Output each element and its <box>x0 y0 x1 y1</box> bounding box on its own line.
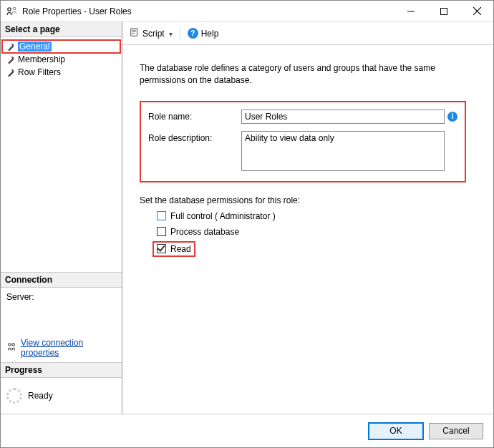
dialog-footer: OK Cancel <box>1 414 493 447</box>
cancel-button[interactable]: Cancel <box>429 423 483 439</box>
checkbox-icon[interactable] <box>157 211 166 220</box>
checkbox-icon[interactable] <box>157 244 166 253</box>
svg-point-7 <box>12 343 15 346</box>
help-button[interactable]: ? Help <box>188 28 219 39</box>
wrench-icon <box>5 67 15 77</box>
help-label: Help <box>201 29 219 39</box>
content-area: The database role defines a category of … <box>122 45 493 414</box>
wrench-icon <box>5 54 15 64</box>
script-dropdown[interactable] <box>169 29 173 39</box>
permissions-heading: Set the database permissions for this ro… <box>140 195 476 205</box>
ok-button[interactable]: OK <box>369 423 423 439</box>
help-icon: ? <box>188 28 198 39</box>
nav-item-membership[interactable]: Membership <box>2 53 120 66</box>
toolbar: Script ? Help <box>122 22 493 45</box>
window-controls <box>394 1 493 21</box>
select-page-header: Select a page <box>1 22 122 37</box>
view-connection-properties-link[interactable]: View connection properties <box>21 338 116 358</box>
nav-item-label: Membership <box>18 54 65 64</box>
svg-rect-3 <box>441 8 447 14</box>
perm-process-database[interactable]: Process database <box>157 227 476 237</box>
nav-item-general[interactable]: General <box>2 40 120 53</box>
role-desc-input[interactable]: Ability to view data only <box>241 131 445 171</box>
role-name-input[interactable] <box>241 109 445 124</box>
minimize-button[interactable] <box>394 1 427 21</box>
role-desc-label: Role description: <box>148 131 241 143</box>
progress-header: Progress <box>1 362 122 378</box>
nav-item-row-filters[interactable]: Row Filters <box>2 66 120 79</box>
nav-item-label: Row Filters <box>18 67 61 77</box>
script-button[interactable]: Script <box>130 27 165 39</box>
app-icon <box>6 6 18 17</box>
connection-header: Connection <box>1 272 122 288</box>
progress-status: Ready <box>28 391 53 401</box>
script-icon <box>130 27 140 39</box>
perm-label: Read <box>170 244 191 254</box>
svg-point-1 <box>13 7 16 10</box>
perm-label: Full control ( Administrator ) <box>170 211 276 221</box>
close-button[interactable] <box>460 1 493 21</box>
toolbar-separator <box>180 26 180 41</box>
progress-spinner-icon <box>6 388 22 404</box>
maximize-button[interactable] <box>427 1 460 21</box>
permissions-list: Full control ( Administrator ) Process d… <box>140 211 476 255</box>
svg-point-6 <box>9 343 11 346</box>
connection-icon <box>6 342 16 354</box>
perm-read[interactable]: Read <box>154 243 194 255</box>
checkbox-icon[interactable] <box>157 227 166 236</box>
progress-section: Ready <box>1 378 122 414</box>
svg-point-0 <box>8 7 11 10</box>
perm-label: Process database <box>170 227 239 237</box>
connection-section: Server: View connection properties <box>1 288 122 362</box>
info-icon[interactable]: i <box>447 112 457 122</box>
page-nav-list: General Membership Row Filters <box>1 37 122 82</box>
nav-item-label: General <box>18 42 52 52</box>
right-pane: Script ? Help The database role defines … <box>122 22 493 414</box>
window-title: Role Properties - User Roles <box>22 6 394 16</box>
intro-text: The database role defines a category of … <box>140 62 476 87</box>
server-label: Server: <box>6 292 116 302</box>
left-pane: Select a page General Membership Row Fil… <box>1 22 122 414</box>
perm-full-control[interactable]: Full control ( Administrator ) <box>157 211 476 221</box>
wrench-icon <box>5 42 15 52</box>
role-name-label: Role name: <box>148 109 241 122</box>
role-form: Role name: i Role description: Ability t… <box>140 101 466 182</box>
title-bar: Role Properties - User Roles <box>1 1 493 22</box>
script-label: Script <box>142 29 165 39</box>
